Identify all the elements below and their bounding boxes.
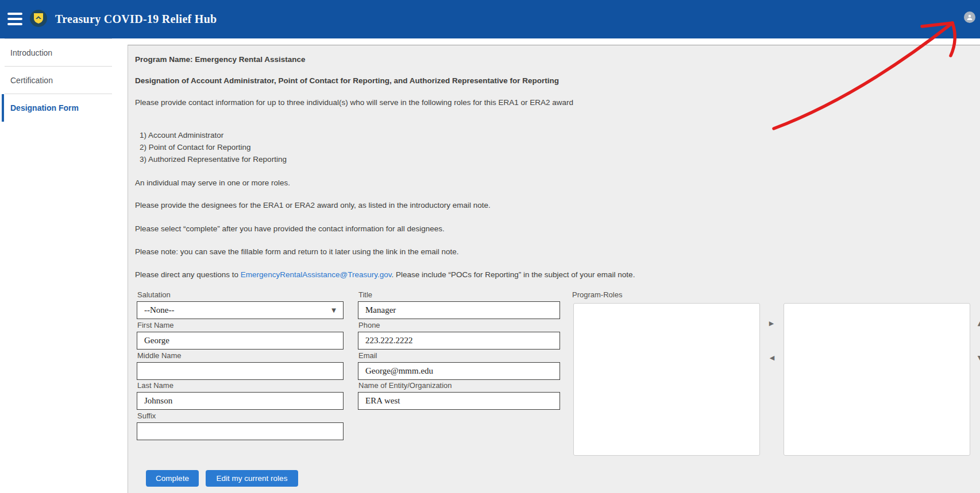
first-name-label: First Name (137, 321, 174, 329)
sidebar-item-certification[interactable]: Certification (5, 66, 112, 94)
salutation-label: Salutation (137, 290, 171, 299)
note-save-form: Please note: you can save the fillable f… (135, 247, 969, 257)
salutation-selected-value: --None-- (144, 305, 174, 315)
move-right-button[interactable]: ▶ (767, 319, 776, 328)
note-designees: Please provide the designees for the ERA… (135, 200, 969, 211)
organization-label: Name of Entity/Organization (358, 381, 452, 390)
note-select-complete: Please select “complete” after you have … (135, 224, 969, 234)
sidebar-item-label: Designation Form (10, 103, 79, 112)
note-one-or-more-roles: An individual may serve in one or more r… (135, 178, 969, 188)
roles-list-item: 2) Point of Contact for Reporting (140, 141, 287, 153)
title-input[interactable] (358, 301, 560, 319)
sidebar-nav: Introduction Certification Designation F… (0, 38, 122, 493)
questions-before: Please direct any questions to (135, 270, 241, 279)
hamburger-menu-icon[interactable] (7, 13, 22, 25)
user-avatar-icon[interactable] (964, 11, 975, 23)
email-field: Email (358, 362, 560, 380)
first-name-field: First Name (137, 332, 344, 350)
sidebar-item-designation-form[interactable]: Designation Form (5, 94, 112, 121)
dropdown-arrow-icon: ▼ (331, 307, 336, 313)
active-indicator-bar (2, 94, 4, 122)
middle-name-input[interactable] (137, 362, 344, 380)
title-label: Title (358, 290, 372, 299)
app-title: Treasury COVID-19 Relief Hub (55, 0, 217, 38)
roles-list-item: 1) Account Administrator (140, 129, 287, 141)
program-name-text: Program Name: Emergency Rental Assistanc… (135, 55, 969, 65)
email-input[interactable] (358, 362, 560, 380)
salutation-select[interactable]: --None-- ▼ (137, 301, 344, 319)
phone-field: Phone (358, 332, 560, 350)
move-up-button[interactable]: ▲ (975, 319, 980, 328)
edit-current-roles-button[interactable]: Edit my current roles (206, 470, 298, 487)
treasury-shield-icon (30, 10, 47, 27)
roles-list-item: 3) Authorized Representative for Reporti… (140, 153, 287, 165)
move-down-button[interactable]: ▼ (975, 354, 980, 363)
last-name-label: Last Name (137, 381, 173, 390)
sidebar-item-introduction[interactable]: Introduction (5, 38, 112, 66)
email-link[interactable]: EmergencyRentalAssistance@Treasury.gov (241, 270, 392, 279)
phone-input[interactable] (358, 332, 560, 350)
program-roles-chosen-listbox[interactable] (784, 303, 970, 456)
move-left-button[interactable]: ◀ (767, 354, 777, 363)
intro-text: Please provide contact information for u… (135, 98, 969, 108)
suffix-field: Suffix (137, 422, 344, 440)
sidebar-item-label: Certification (10, 76, 53, 85)
middle-name-field: Middle Name (137, 362, 344, 380)
suffix-input[interactable] (137, 422, 344, 440)
designation-heading: Designation of Account Administrator, Po… (135, 76, 969, 86)
last-name-field: Last Name (137, 392, 344, 410)
app-header: Treasury COVID-19 Relief Hub (0, 0, 980, 38)
suffix-label: Suffix (137, 412, 156, 420)
program-roles-available-listbox[interactable] (573, 303, 760, 456)
first-name-input[interactable] (137, 332, 344, 350)
last-name-input[interactable] (137, 392, 344, 410)
salutation-field: Salutation --None-- ▼ (137, 301, 344, 319)
organization-input[interactable] (358, 392, 560, 410)
sidebar-item-label: Introduction (10, 48, 52, 57)
questions-line: Please direct any questions to Emergency… (135, 270, 969, 280)
content-panel: Program Name: Emergency Rental Assistanc… (128, 45, 980, 493)
program-roles-label: Program-Roles (572, 290, 622, 299)
roles-list: 1) Account Administrator 2) Point of Con… (140, 129, 287, 165)
middle-name-label: Middle Name (137, 351, 182, 360)
email-label: Email (358, 351, 377, 360)
phone-label: Phone (358, 321, 380, 329)
title-field: Title (358, 301, 560, 319)
complete-button[interactable]: Complete (146, 470, 199, 487)
organization-field: Name of Entity/Organization (358, 392, 560, 410)
questions-after: . Please include “POCs for Reporting” in… (391, 270, 635, 279)
